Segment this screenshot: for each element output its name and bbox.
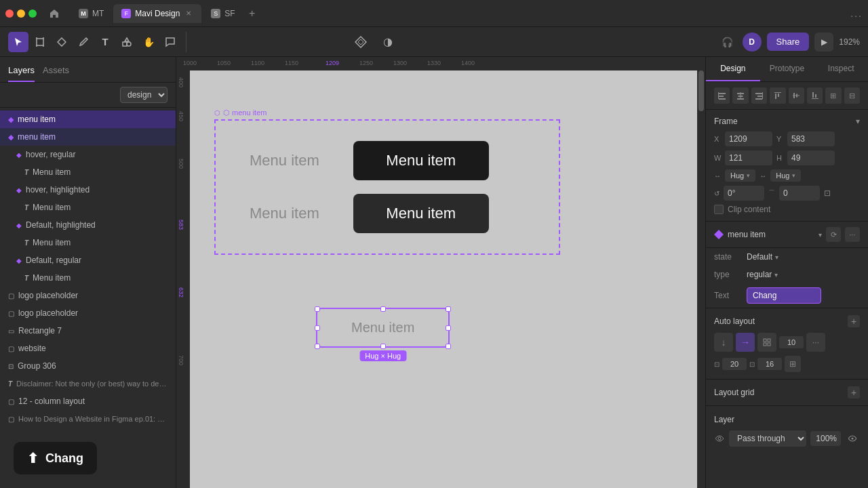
dots-menu[interactable]: ... <box>850 8 863 19</box>
hug-h-tag[interactable]: Hug ▾ <box>770 169 801 182</box>
layer-item-website[interactable]: ▢ website <box>0 340 176 357</box>
tab-mavi-design[interactable]: F Mavi Design ✕ <box>113 4 201 23</box>
tab-assets[interactable]: Assets <box>43 62 69 82</box>
menu-item-dark-1[interactable]: Menu item <box>353 141 489 180</box>
handle-tr[interactable] <box>446 306 451 312</box>
menu-item-dark-gray[interactable]: Menu item <box>353 194 489 233</box>
right-tab-prototype[interactable]: Prototype <box>760 57 814 81</box>
layer-item-default-highlighted[interactable]: ◆ Default, highlighted <box>0 216 176 234</box>
theme-toggle[interactable]: ◑ <box>378 33 397 52</box>
prop-state-value[interactable]: Default ▾ <box>747 252 778 262</box>
layer-item-logo-2[interactable]: ▢ logo placeholder <box>0 304 176 322</box>
tab-close-icon[interactable]: ✕ <box>184 9 193 18</box>
align-center-h[interactable] <box>732 87 748 104</box>
padding-expand[interactable]: ⊞ <box>785 356 801 372</box>
handle-tl[interactable] <box>315 306 320 312</box>
tool-shapes[interactable] <box>117 32 137 52</box>
zoom-level[interactable]: 192% <box>839 37 860 47</box>
al-grid[interactable] <box>757 333 776 352</box>
layer-item-menu-item-parent[interactable]: ◆ menu item <box>0 128 176 146</box>
angle-field[interactable] <box>724 186 764 201</box>
tidy-up[interactable]: ⊞ <box>825 87 841 104</box>
tool-frame[interactable] <box>30 32 50 52</box>
corner-field[interactable] <box>779 186 820 201</box>
selected-box[interactable]: Menu item Hug × Hug <box>316 308 450 348</box>
y-field[interactable] <box>787 131 835 146</box>
tool-select[interactable] <box>8 32 28 52</box>
play-button[interactable]: ▶ <box>814 33 833 52</box>
layer-item-default-regular[interactable]: ◆ Default, regular <box>0 251 176 269</box>
tab-sf[interactable]: S SF <box>203 4 243 23</box>
handle-br[interactable] <box>446 344 451 349</box>
layer-item-disclaimer[interactable]: T Disclaimer: Not the only (or best) way… <box>0 375 176 392</box>
layer-item-how-to[interactable]: ▢ How to Design a Website in Figma ep.01… <box>0 410 176 428</box>
component-center-icon[interactable] <box>351 33 370 52</box>
layer-item-menu-item-4[interactable]: T Menu item <box>0 269 176 287</box>
component-refresh[interactable]: ⟳ <box>826 227 841 242</box>
layer-item-group-306[interactable]: ⊡ Group 306 <box>0 357 176 375</box>
align-right[interactable] <box>751 87 767 104</box>
menu-item-light-1[interactable]: Menu item <box>229 145 340 176</box>
expand-icon[interactable]: ⊡ <box>824 188 831 198</box>
layer-item-12-column[interactable]: ▢ 12 - column layout <box>0 392 176 410</box>
text-input-field[interactable] <box>747 287 821 304</box>
avatar[interactable]: D <box>743 33 762 52</box>
tool-hand[interactable]: ✋ <box>138 32 159 52</box>
design-dropdown[interactable]: design <box>120 87 167 103</box>
traffic-light-green[interactable] <box>28 9 37 18</box>
component-chevron[interactable]: ▾ <box>818 231 822 239</box>
padding-h-field[interactable] <box>722 358 747 370</box>
al-right[interactable]: → <box>736 333 755 352</box>
layer-item-logo-1[interactable]: ▢ logo placeholder <box>0 287 176 304</box>
tool-pen[interactable] <box>73 32 94 52</box>
handle-bl[interactable] <box>315 344 320 349</box>
handle-mr[interactable] <box>446 325 451 331</box>
handle-tm[interactable] <box>380 306 386 312</box>
add-tab-button[interactable]: + <box>245 6 260 21</box>
prop-type-value[interactable]: regular ▾ <box>747 270 778 279</box>
layer-item-hover-regular[interactable]: ◆ hover, regular <box>0 146 176 163</box>
right-tab-design[interactable]: Design <box>706 57 760 81</box>
clip-checkbox[interactable] <box>714 205 724 214</box>
layer-item-hover-highlighted[interactable]: ◆ hover, highlighted <box>0 181 176 199</box>
al-down[interactable]: ↓ <box>714 333 733 352</box>
layer-item-menu-item-1[interactable]: T Menu item <box>0 163 176 181</box>
right-tab-inspect[interactable]: Inspect <box>814 57 868 81</box>
menu-item-light-2[interactable]: Menu item <box>229 198 340 229</box>
align-top[interactable] <box>770 87 785 104</box>
layer-item-menu-item-3[interactable]: T Menu item <box>0 234 176 251</box>
layer-item-menu-item-top[interactable]: ◆ menu item <box>0 110 176 128</box>
canvas-area[interactable]: 1000 1050 1100 1150 1209 1250 1300 1330 … <box>176 57 705 488</box>
handle-ml[interactable] <box>315 325 320 331</box>
align-middle[interactable] <box>789 87 804 104</box>
align-bottom[interactable] <box>807 87 823 104</box>
h-field[interactable] <box>787 150 835 165</box>
traffic-light-red[interactable] <box>5 9 14 18</box>
tab-layers[interactable]: Layers <box>8 62 35 82</box>
w-field[interactable] <box>725 150 772 165</box>
al-dots[interactable]: ··· <box>806 333 825 352</box>
layout-grid-add[interactable]: + <box>848 386 860 399</box>
home-button[interactable] <box>45 4 64 23</box>
opacity-field[interactable] <box>810 431 841 446</box>
share-button[interactable]: Share <box>767 33 810 51</box>
eye-icon[interactable] <box>845 431 860 446</box>
layer-item-rect-7[interactable]: ▭ Rectangle 7 <box>0 322 176 340</box>
canvas-scrollbar[interactable] <box>697 57 705 488</box>
tool-text[interactable]: T <box>95 32 115 52</box>
x-field[interactable] <box>725 131 772 146</box>
hug-w-tag[interactable]: Hug ▾ <box>725 169 755 182</box>
dashed-frame[interactable]: Menu item Menu item Menu item Menu item <box>214 119 560 255</box>
traffic-light-yellow[interactable] <box>17 9 25 18</box>
align-left[interactable] <box>714 87 730 104</box>
auto-layout-add[interactable]: + <box>848 315 860 327</box>
tool-comment[interactable] <box>160 32 180 52</box>
padding-v-field[interactable] <box>757 358 782 370</box>
component-more[interactable]: ··· <box>845 227 860 242</box>
tool-component[interactable] <box>52 32 72 52</box>
al-spacing-field[interactable] <box>779 336 804 348</box>
frame-dropdown-arrow[interactable]: ▾ <box>856 117 860 126</box>
handle-bm[interactable] <box>380 344 386 349</box>
tab-mt[interactable]: M MT <box>71 4 112 23</box>
blend-mode-dropdown[interactable]: Pass through <box>729 430 806 447</box>
